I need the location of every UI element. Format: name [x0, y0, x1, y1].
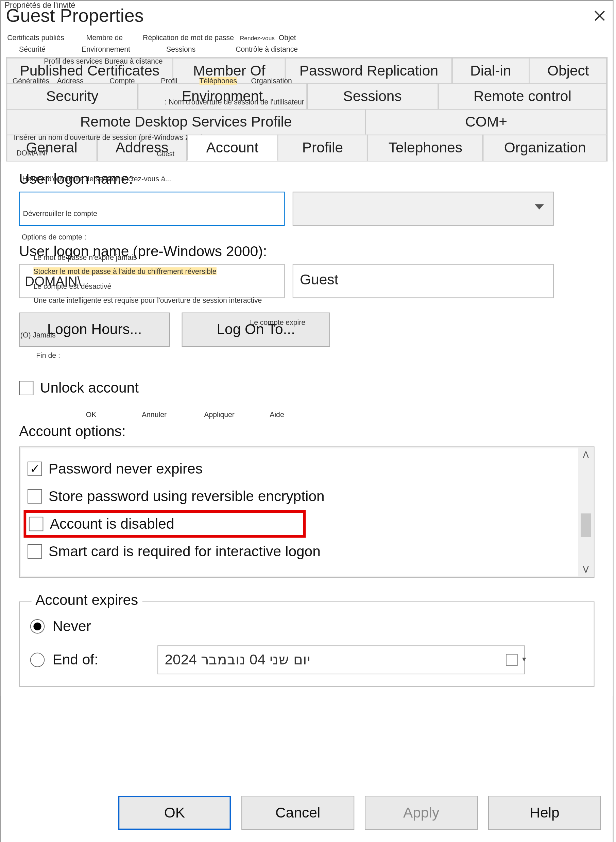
- options-scrollbar[interactable]: ᐱ ᐯ: [578, 447, 594, 577]
- tab-rdp-profile[interactable]: Remote Desktop Services Profile: [6, 109, 365, 134]
- logon-pre2000-label: User logon name (pre-Windows 2000):: [19, 243, 595, 260]
- account-options-label: Account options:: [19, 423, 595, 440]
- guest-properties-dialog: Propriétés de l'invité Guest Properties …: [0, 0, 614, 842]
- radio-end-of[interactable]: [30, 652, 44, 667]
- tab-published-certificates[interactable]: Published Certificates: [6, 58, 173, 83]
- domain-prefix-input[interactable]: [19, 264, 285, 298]
- tab-telephones[interactable]: Telephones: [368, 135, 483, 161]
- cancel-button[interactable]: Cancel: [241, 796, 354, 830]
- checkbox-reversible-encryption[interactable]: [28, 489, 42, 504]
- account-expires-fieldset: Account expires Never End of: יום שני 04…: [19, 601, 595, 687]
- tab-remote-control[interactable]: Remote control: [438, 83, 607, 109]
- window-title: Guest Properties: [6, 5, 144, 26]
- unlock-account-checkbox[interactable]: [19, 381, 33, 395]
- checkbox-password-never-expires[interactable]: [28, 461, 42, 476]
- tab-dial-in[interactable]: Dial-in: [452, 58, 529, 83]
- tab-organization[interactable]: Organization: [483, 135, 607, 161]
- logon-name-label: User logon name:: [19, 171, 595, 188]
- scroll-up-icon[interactable]: ᐱ: [583, 450, 589, 460]
- ok-button[interactable]: OK: [118, 796, 231, 830]
- radio-never[interactable]: [30, 619, 44, 633]
- calendar-icon[interactable]: [506, 654, 518, 666]
- logon-hours-button[interactable]: Logon Hours...: [19, 313, 170, 347]
- tab-object[interactable]: Object: [529, 58, 607, 83]
- log-on-to-button[interactable]: Log On To...: [182, 313, 330, 347]
- end-of-date-value: יום שני 04 נובמבר 2024: [164, 651, 310, 669]
- option-account-disabled[interactable]: Account is disabled: [23, 510, 306, 538]
- checkbox-smart-card-required[interactable]: [28, 544, 42, 558]
- tab-com-plus[interactable]: COM+: [365, 109, 607, 134]
- logon-name-input[interactable]: [19, 192, 285, 226]
- tab-sessions[interactable]: Sessions: [307, 83, 438, 109]
- never-label: Never: [52, 618, 91, 635]
- unlock-account-label: Unlock account: [40, 380, 139, 397]
- account-options-list: Password never expires Store password us…: [19, 446, 595, 577]
- tabs-fr-row2: Sécurité Environnement Sessions Contrôle…: [19, 45, 298, 53]
- option-smart-card-required[interactable]: Smart card is required for interactive l…: [28, 538, 572, 566]
- account-tab-content: User logon name: Déverrouiller le compte…: [1, 162, 613, 696]
- tab-address[interactable]: Address: [97, 135, 187, 161]
- endof-fr: Fin de :: [36, 351, 60, 359]
- tab-member-of[interactable]: Member Of: [173, 58, 286, 83]
- help-button[interactable]: Help: [488, 796, 601, 830]
- scroll-down-icon[interactable]: ᐯ: [583, 564, 589, 575]
- endof-label: End of:: [52, 651, 157, 669]
- tab-password-replication[interactable]: Password Replication: [286, 58, 452, 83]
- account-options-label-fr: Options de compte :: [22, 233, 87, 241]
- tab-account[interactable]: Account: [187, 135, 277, 161]
- chevron-down-icon: [535, 204, 544, 209]
- pre2000-username[interactable]: Guest: [293, 264, 554, 298]
- domain-suffix-dropdown[interactable]: [293, 192, 554, 226]
- tab-general[interactable]: General: [6, 135, 97, 161]
- tabs-fr-row1: Certificats publiés Membre de Réplicatio…: [7, 33, 296, 41]
- option-password-never-expires[interactable]: Password never expires: [28, 455, 572, 482]
- option-reversible-encryption[interactable]: Store password using reversible encrypti…: [28, 483, 572, 510]
- close-icon[interactable]: [592, 8, 607, 24]
- scroll-thumb[interactable]: [581, 513, 591, 537]
- tab-security[interactable]: Security: [6, 83, 138, 109]
- dialog-footer: OK Cancel Apply Help: [1, 786, 613, 839]
- account-expires-legend: Account expires: [32, 592, 142, 608]
- tab-environment[interactable]: Environment: [138, 83, 307, 109]
- tab-profile[interactable]: Profile: [277, 135, 368, 161]
- titlebar: Guest Properties: [1, 1, 613, 31]
- tabs-container: Published Certificates Member Of Passwor…: [6, 57, 607, 162]
- end-of-date-picker[interactable]: יום שני 04 נובמבר 2024: [157, 645, 525, 674]
- checkbox-account-disabled[interactable]: [29, 517, 43, 531]
- apply-button[interactable]: Apply: [365, 796, 478, 830]
